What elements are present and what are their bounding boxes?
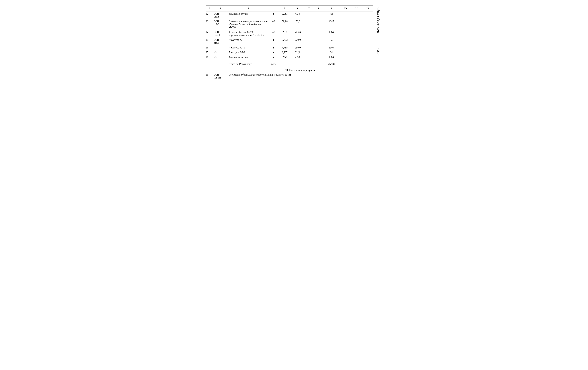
total-desc: Итого по IY раз-делу: (228, 62, 269, 67)
row-col5: 0,732 (278, 38, 291, 45)
row-col7 (304, 38, 314, 45)
row-col8 (314, 11, 323, 19)
row-col12 (362, 50, 373, 55)
row-col8 (314, 30, 323, 38)
section-id (206, 67, 213, 72)
row-col9: 4247 (323, 19, 340, 30)
row-unit: м3 (269, 19, 278, 30)
row-col12 (362, 11, 373, 19)
row-col7 (304, 45, 314, 50)
row-col9: I066 (323, 55, 340, 60)
row-col11 (351, 38, 362, 45)
header-col-5: 5 (278, 6, 291, 11)
row-ref: -"- (213, 50, 228, 55)
last-ref: ССЦ п.8-I5I (213, 72, 228, 80)
total-col10 (340, 62, 351, 67)
row-col11 (351, 30, 362, 38)
row-ref: -"- (213, 55, 228, 60)
table-row: I3 ССЦ п.9-6 Стоимость прямо-угольных ко… (206, 19, 373, 30)
row-col12 (362, 19, 373, 30)
row-unit: т (269, 45, 278, 50)
header-col-10: IO (340, 6, 351, 11)
row-col9: 34 (323, 50, 340, 55)
row-unit: т (269, 55, 278, 60)
table-row: I4 ССЦ п.9-30 То же, из бетона М-200 пер… (206, 30, 373, 38)
row-col5: 25,8 (278, 30, 291, 38)
row-col10 (340, 50, 351, 55)
spacer-row (206, 60, 373, 62)
row-col10 (340, 19, 351, 30)
row-id: I7 (206, 50, 213, 55)
row-desc: Закладные детали (228, 55, 269, 60)
row-ref: ССЦ п.9-30 (213, 30, 228, 38)
header-col-11: II (351, 6, 362, 11)
row-id: I6 (206, 45, 213, 50)
row-col10 (340, 45, 351, 50)
total-row: Итого по IY раз-делу: руб. 46768 (206, 62, 373, 67)
row-ref: ССЦ стр.8 (213, 11, 228, 19)
row-id: I5 (206, 38, 213, 45)
row-unit: м3 (269, 30, 278, 38)
row-col5: 2,58 (278, 55, 291, 60)
header-row: I 2 3 4 5 6 7 8 9 IO II I2 (206, 6, 373, 11)
total-unit: руб. (269, 62, 278, 67)
row-col12 (362, 45, 373, 50)
row-col11 (351, 19, 362, 30)
total-col12 (362, 62, 373, 67)
row-col10 (340, 11, 351, 19)
row-id: I2 (206, 11, 213, 19)
row-col9: I864 (323, 30, 340, 38)
row-col7 (304, 50, 314, 55)
row-col12 (362, 55, 373, 60)
row-col8 (314, 45, 323, 50)
row-col6: 70,8 (291, 19, 304, 30)
total-col5 (278, 62, 291, 67)
header-col-4: 4 (269, 6, 278, 11)
total-col8 (314, 62, 323, 67)
header-col-9: 9 (323, 6, 340, 11)
row-unit: т (269, 38, 278, 45)
row-id: I8 (206, 55, 213, 60)
row-unit: т (269, 11, 278, 19)
row-col6: 72,26 (291, 30, 304, 38)
row-col7 (304, 30, 314, 38)
row-col6: 32I,0 (291, 50, 304, 55)
total-id (206, 62, 213, 67)
row-desc: Стоимость прямо-угольных колонн объемом … (228, 19, 269, 30)
row-col6: 4I3,0 (291, 11, 304, 19)
section-heading-row: VI. Покрытие и перекрытие (206, 67, 373, 72)
row-id: I4 (206, 30, 213, 38)
row-col10 (340, 30, 351, 38)
total-col9: 46768 (323, 62, 340, 67)
page-wrapper: БОЗ -1-33,85 УП(1) - I32 - I 2 3 4 5 6 7… (206, 6, 383, 80)
row-col9: I946 (323, 45, 340, 50)
header-col-2: 2 (213, 6, 228, 11)
table-row: I6 -"- Арматура А-III т 7,785 250,0 I946 (206, 45, 373, 50)
header-col-1: I (206, 6, 213, 11)
header-col-7: 7 (304, 6, 314, 11)
last-desc: Стоимость сборных железобетонных плит дл… (228, 72, 373, 80)
row-ref: -"- (213, 45, 228, 50)
row-desc: Арматура ВР-I (228, 50, 269, 55)
table-row: I8 -"- Закладные детали т 2,58 4I3,0 I06… (206, 55, 373, 60)
row-col11 (351, 50, 362, 55)
row-col5: 0,983 (278, 11, 291, 19)
header-col-6: 6 (291, 6, 304, 11)
section-heading-text: VI. Покрытие и перекрытие (228, 67, 373, 72)
row-unit: т (269, 50, 278, 55)
side-label-top-text: БОЗ -1-33,85 УП(1) (377, 7, 380, 33)
total-col11 (351, 62, 362, 67)
row-col5: 0,I07 (278, 50, 291, 55)
total-col6 (291, 62, 304, 67)
row-col8 (314, 19, 323, 30)
row-desc: Арматура А-I (228, 38, 269, 45)
row-ref: ССЦ п.9-6 (213, 19, 228, 30)
row-col7 (304, 19, 314, 30)
row-col7 (304, 11, 314, 19)
row-col9: 406 (323, 11, 340, 19)
row-col8 (314, 55, 323, 60)
row-col11 (351, 55, 362, 60)
section-ref (213, 67, 228, 72)
header-col-12: I2 (362, 6, 373, 11)
row-col6: 4I3,0 (291, 55, 304, 60)
